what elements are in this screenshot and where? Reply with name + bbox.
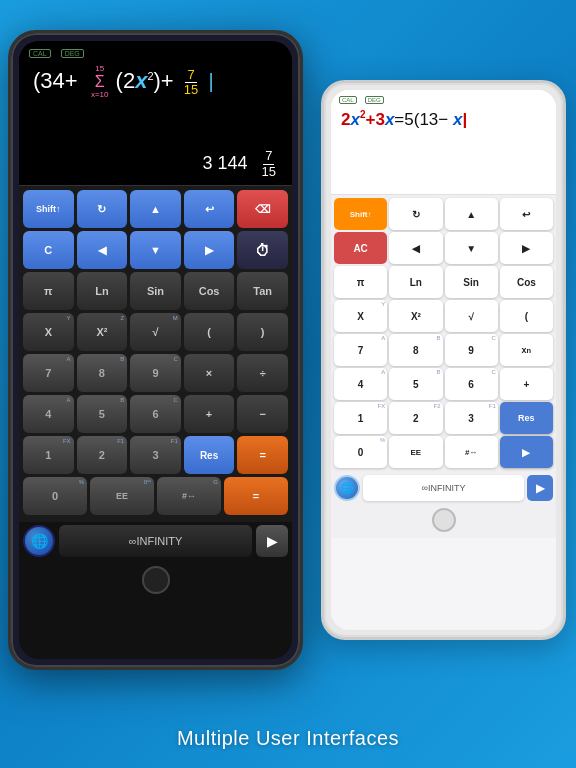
two-button[interactable]: F12 [77,436,128,474]
w-redo-button[interactable]: ↻ [389,198,442,230]
white-row-1: Shift↑ ↻ ▲ ↩ [334,198,553,230]
w-left-button[interactable]: ◀ [389,232,442,264]
w-ee-button[interactable]: EE [389,436,442,468]
dark-home-button[interactable] [142,566,170,594]
w-return-button[interactable]: ↩ [500,198,553,230]
white-display: CAL DEG 2x2+3x=5(13− x| [331,90,556,195]
white-tablet-inner: CAL DEG 2x2+3x=5(13− x| Shift↑ ↻ ▲ ↩ AC … [331,90,556,630]
w-eight-button[interactable]: B8 [389,334,442,366]
dark-row-2: C ◀ ▼ ▶ ⏱ [23,231,288,269]
w-nine-button[interactable]: C9 [445,334,498,366]
divide-button[interactable]: ÷ [237,354,288,392]
w-right-button[interactable]: ▶ [500,232,553,264]
seven-button[interactable]: A7 [23,354,74,392]
sin-button[interactable]: Sin [130,272,181,310]
eight-button[interactable]: B8 [77,354,128,392]
white-home-button[interactable] [432,508,456,532]
dark-display: CAL DEG (34+ 15 Σ x=10 (2x2)+ 7 15 | 3 1… [19,41,292,186]
w-sin-button[interactable]: Sin [445,266,498,298]
down-button[interactable]: ▼ [130,231,181,269]
res-button[interactable]: Res [184,436,235,474]
white-infinity-button[interactable]: ∞INFINITY [363,475,524,501]
white-arrow-button[interactable]: ▶ [527,475,553,501]
multiply-button[interactable]: × [184,354,235,392]
w-two-button[interactable]: F22 [389,402,442,434]
cos-button[interactable]: Cos [184,272,235,310]
six-button[interactable]: C6 [130,395,181,433]
w-cos-button[interactable]: Cos [500,266,553,298]
w-sqrt-button[interactable]: √ [445,300,498,332]
left-button[interactable]: ◀ [77,231,128,269]
dark-result: 3 144 7 15 [194,149,288,179]
w-plus-button[interactable]: + [500,368,553,400]
dark-arrow-button[interactable]: ▶ [256,525,288,557]
dark-row-8: %0 0¹¹EE G#↔ = [23,477,288,515]
dark-expression: (34+ 15 Σ x=10 (2x2)+ 7 15 | [29,60,282,120]
dark-tablet-inner: CAL DEG (34+ 15 Σ x=10 (2x2)+ 7 15 | 3 1… [19,41,292,659]
close-paren-button[interactable]: ) [237,313,288,351]
dark-globe-button[interactable]: 🌐 [23,525,55,557]
w-three-button[interactable]: F13 [445,402,498,434]
pi-button[interactable]: π [23,272,74,310]
ln-button[interactable]: Ln [77,272,128,310]
w-zero-button[interactable]: %0 [334,436,387,468]
white-row-5: A7 B8 C9 xn [334,334,553,366]
white-globe-button[interactable]: 🌐 [334,475,360,501]
w-arrow-button[interactable]: ▶ [500,436,553,468]
white-row-2: AC ◀ ▼ ▶ [334,232,553,264]
dark-infinity-label: ∞INFINITY [129,535,183,547]
five-button[interactable]: B5 [77,395,128,433]
sqrt-button[interactable]: M√ [130,313,181,351]
history-button[interactable]: ⏱ [237,231,288,269]
w-up-button[interactable]: ▲ [445,198,498,230]
w-ln-button[interactable]: Ln [389,266,442,298]
minus-button[interactable]: − [237,395,288,433]
w-down-button[interactable]: ▼ [445,232,498,264]
redo-button[interactable]: ↻ [77,190,128,228]
up-button[interactable]: ▲ [130,190,181,228]
w-five-button[interactable]: B5 [389,368,442,400]
dark-display-labels: CAL DEG [29,49,282,58]
nine-button[interactable]: C9 [130,354,181,392]
zero-button[interactable]: %0 [23,477,87,515]
w-format-button[interactable]: #↔ [445,436,498,468]
right-button[interactable]: ▶ [184,231,235,269]
white-expression: 2x2+3x=5(13− x| [339,106,548,134]
w-pi-button[interactable]: π [334,266,387,298]
three-button[interactable]: F13 [130,436,181,474]
tan-button[interactable]: Tan [237,272,288,310]
w-ac-button[interactable]: AC [334,232,387,264]
format-button[interactable]: G#↔ [157,477,221,515]
x-button[interactable]: YX [23,313,74,351]
w-res-button[interactable]: Res [500,402,553,434]
w-shift-button[interactable]: Shift↑ [334,198,387,230]
clear-button[interactable]: C [23,231,74,269]
one-button[interactable]: FX1 [23,436,74,474]
open-paren-button[interactable]: ( [184,313,235,351]
ee-button[interactable]: 0¹¹EE [90,477,154,515]
dark-row-3: π Ln Sin Cos Tan [23,272,288,310]
w-oparen-button[interactable]: ( [500,300,553,332]
dark-infinity-button[interactable]: ∞INFINITY [59,525,252,557]
w-x2-button[interactable]: X² [389,300,442,332]
w-six-button[interactable]: C6 [445,368,498,400]
fraction-7-15: 7 15 [182,68,200,98]
dark-row-5: A7 B8 C9 × ÷ [23,354,288,392]
white-row-7: FX1 F22 F13 Res [334,402,553,434]
w-seven-button[interactable]: A7 [334,334,387,366]
four-button[interactable]: A4 [23,395,74,433]
dark-row-6: A4 B5 C6 + − [23,395,288,433]
page-subtitle: Multiple User Interfaces [0,727,576,750]
w-x-button[interactable]: YX [334,300,387,332]
equals-button-2[interactable]: = [224,477,288,515]
backspace-button[interactable]: ⌫ [237,190,288,228]
w-xn-button[interactable]: xn [500,334,553,366]
w-four-button[interactable]: A4 [334,368,387,400]
w-one-button[interactable]: FX1 [334,402,387,434]
equals-button-1[interactable]: = [237,436,288,474]
backspace-return-button[interactable]: ↩ [184,190,235,228]
plus-button[interactable]: + [184,395,235,433]
shift-button[interactable]: Shift↑ [23,190,74,228]
white-bottom-bar: 🌐 ∞INFINITY ▶ [331,473,556,503]
x-squared-button[interactable]: ZX² [77,313,128,351]
